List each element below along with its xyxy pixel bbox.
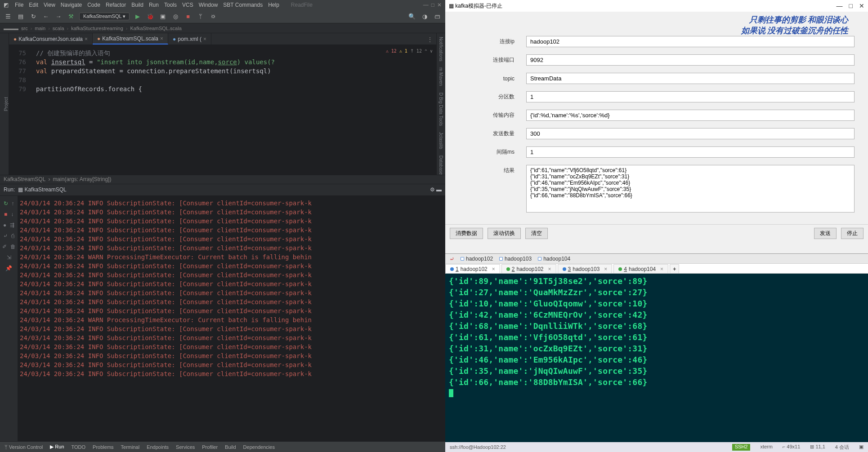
menu-window[interactable]: Window [199, 2, 218, 8]
stop-icon[interactable]: ■ [183, 12, 192, 21]
menu-view[interactable]: View [44, 2, 55, 8]
input-ip[interactable] [526, 36, 855, 47]
clear-icon[interactable]: ✐ [2, 244, 7, 250]
code-text[interactable]: // 创建预编译的插入语句 val insertsql = "insert in… [31, 45, 278, 175]
menu-code[interactable]: Code [87, 2, 100, 8]
maximize-icon[interactable]: □ [431, 2, 434, 8]
tool-dependencies[interactable]: Dependencies [243, 444, 275, 450]
softwrap-icon[interactable]: ⤶ [3, 233, 8, 239]
tool-version control[interactable]: ᛘ Version Control [4, 444, 43, 450]
input-partitions[interactable] [526, 91, 855, 102]
console-output[interactable]: 24/03/14 20:36:24 INFO SubscriptionState… [18, 196, 445, 442]
menu-file[interactable]: File [15, 2, 23, 8]
print-icon[interactable]: ⎙ [11, 233, 14, 239]
bc-class[interactable]: KafkaStreamSQL [4, 176, 45, 182]
bc-seg[interactable]: kafkaStucturestreaming [71, 26, 123, 31]
bc-seg[interactable]: main [35, 26, 45, 31]
pin-icon[interactable]: 📌 [5, 265, 12, 271]
menu-vcs[interactable]: VCS [182, 2, 193, 8]
right-tool-Database[interactable]: Database [438, 155, 443, 175]
down-icon[interactable]: ↓ [11, 211, 13, 217]
code-body[interactable]: ⚠ 12 ⚠ 1 ⤒ 12 ⌃ ∨ 7576777879 // 创建预编译的插入… [9, 45, 436, 175]
wf-maximize-icon[interactable]: □ [849, 2, 853, 9]
run-icon[interactable]: ▶ [133, 12, 142, 21]
editor-tab[interactable]: ● KafkaConsumerJson.scala × [9, 33, 93, 44]
ssh-fav-host[interactable]: hadoop103 [499, 256, 532, 262]
settings-icon[interactable]: ⛭ [209, 12, 218, 21]
expand-icon[interactable]: ⇲ [7, 254, 11, 261]
input-port[interactable] [526, 54, 855, 66]
inspection-nav[interactable]: ⤒ 12 ⌃ ∨ [410, 49, 433, 53]
tab-close-icon[interactable]: × [85, 36, 88, 42]
up-icon[interactable]: ↑ [12, 200, 14, 207]
tool-profiler[interactable]: Profiler [202, 444, 218, 450]
tab-close-icon[interactable]: × [160, 35, 163, 42]
menu-sbt commands[interactable]: SBT Commands [223, 2, 263, 8]
stop-run-icon[interactable]: ■ [4, 211, 7, 217]
run-settings-icon[interactable]: ⚙ ▬ [430, 186, 442, 193]
tool-problems[interactable]: Problems [93, 444, 113, 450]
run-tab[interactable]: ▦ KafkaStreamSQL [18, 186, 67, 193]
tab-close-icon[interactable]: × [660, 266, 663, 272]
profile-icon[interactable]: ◎ [171, 12, 180, 21]
right-tool-m Maven[interactable]: m Maven [438, 67, 443, 86]
textarea-result[interactable] [526, 165, 855, 213]
refresh-icon[interactable]: ↻ [29, 12, 38, 21]
ssh-terminal[interactable]: {'id':89,'name':'91T5j38se2','sorce':89}… [445, 274, 868, 442]
search-icon[interactable]: 🔍 [407, 12, 416, 21]
editor-tab[interactable]: ● KafkaStreamSQL.scala × [93, 33, 168, 44]
right-tool-stripe[interactable]: Notificationsm MavenD Big Data ToolsJcla… [436, 33, 445, 175]
new-session-tab[interactable]: + [670, 264, 679, 273]
input-payload[interactable] [526, 110, 855, 121]
menu-build[interactable]: Build [131, 2, 143, 8]
ssh-fav-host[interactable]: hadoop104 [538, 256, 570, 262]
menu-navigate[interactable]: Navigate [61, 2, 82, 8]
tool-services[interactable]: Services [176, 444, 195, 450]
tool-build[interactable]: Build [225, 444, 236, 450]
tool-todo[interactable]: TODO [72, 444, 86, 450]
debug-icon[interactable]: 🐞 [146, 12, 155, 21]
rerun-icon[interactable]: ↻ [4, 200, 8, 207]
ssh-session-tab[interactable]: 4 hadoop104× [613, 264, 668, 273]
tool-terminal[interactable]: Terminal [121, 444, 140, 450]
menu-refactor[interactable]: Refactor [106, 2, 126, 8]
tool-run[interactable]: ▶ Run [50, 444, 64, 450]
run-config-select[interactable]: KafkaStreamSQL ▾ [79, 13, 130, 20]
back-icon[interactable]: ← [41, 12, 50, 21]
scroll-toggle-button[interactable]: 滚动切换 [488, 228, 521, 239]
database-icon[interactable]: 🗃 [433, 12, 442, 21]
right-tool-Jclasslib[interactable]: Jclasslib [438, 132, 443, 149]
consume-button[interactable]: 消费数据 [450, 228, 483, 239]
forward-icon[interactable]: → [54, 12, 63, 21]
menu-tools[interactable]: Tools [164, 2, 177, 8]
filter-icon[interactable]: ⇶ [10, 222, 14, 228]
bc-seg[interactable]: KafkaStreamSQL.scala [130, 26, 181, 31]
trash-icon[interactable]: 🗑 [10, 244, 16, 250]
input-count[interactable] [526, 128, 855, 139]
hammer-icon[interactable]: ⚒ [67, 12, 76, 21]
git-icon[interactable]: ᛘ [196, 12, 205, 21]
ssh-session-tab[interactable]: 2 hadoop102× [501, 264, 556, 273]
ssh-session-tab[interactable]: 1 hadoop102× [445, 264, 500, 273]
stop-button[interactable]: 停止 [841, 228, 864, 239]
input-topic[interactable] [526, 73, 855, 84]
tab-close-icon[interactable]: × [492, 266, 495, 272]
tool-endpoints[interactable]: Endpoints [147, 444, 169, 450]
ssh-fav-host[interactable]: hadoop102 [461, 256, 493, 262]
inspection-widget[interactable]: ⚠ 12 ⚠ 1 ⤒ 12 ⌃ ∨ [386, 47, 433, 56]
save-icon[interactable]: ▤ [16, 12, 25, 21]
right-tool-D Big Data Tools[interactable]: D Big Data Tools [438, 93, 443, 126]
show-project-icon[interactable]: ☰ [4, 12, 13, 21]
send-button[interactable]: 发送 [814, 228, 837, 239]
bc-seg[interactable]: src [21, 26, 28, 31]
ssh-overlay-icon[interactable]: ▣ [859, 444, 864, 451]
menu-help[interactable]: Help [268, 2, 279, 8]
avatar-icon[interactable]: ◑ [420, 12, 429, 21]
close-icon[interactable]: ✕ [437, 2, 442, 8]
tab-close-icon[interactable]: × [604, 266, 607, 272]
input-interval[interactable] [526, 146, 855, 158]
right-tool-Notifications[interactable]: Notifications [438, 37, 443, 61]
tab-close-icon[interactable]: × [203, 36, 206, 42]
left-tool-stripe[interactable]: Project [0, 33, 9, 175]
project-tool-label[interactable]: Project [4, 94, 9, 114]
